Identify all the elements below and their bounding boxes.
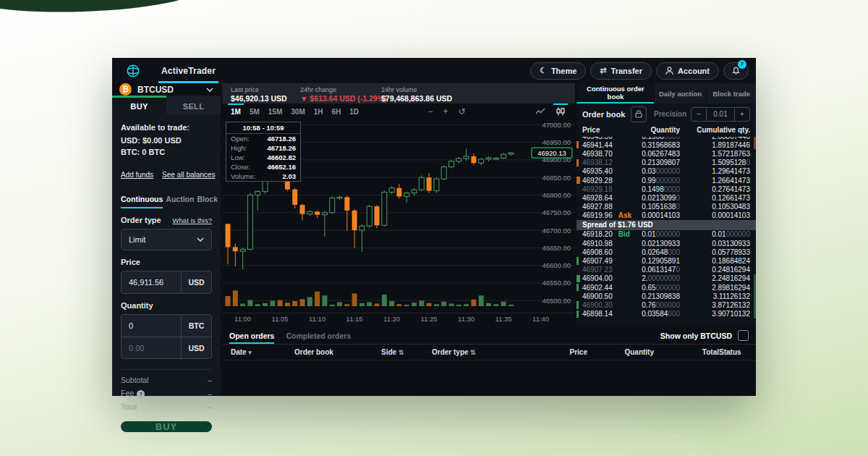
info-icon[interactable]: ? [137, 390, 145, 398]
tooltip-row: Volume:2.03 [226, 172, 300, 181]
precision-minus-button[interactable]: − [692, 108, 706, 121]
tooltip-row: Low:46602.82 [226, 153, 300, 162]
zoom-in-icon[interactable]: + [438, 104, 454, 119]
show-only-btcusd-checkbox[interactable] [738, 330, 749, 341]
price-unit: USD [181, 271, 211, 293]
timeframe-1m[interactable]: 1M [226, 104, 245, 119]
timeframe-30m[interactable]: 30M [286, 104, 309, 119]
what-is-this-link[interactable]: What is this? [173, 216, 212, 224]
time-axis: 11:0011:0511:1011:1511:2011:2511:3011:35… [222, 313, 575, 324]
see-balances-link[interactable]: See all balances [162, 171, 215, 179]
quantity-btc-input[interactable]: 0 [122, 321, 181, 330]
order-book-row[interactable]: 46908.600.026480000.05778933 [576, 248, 756, 256]
candlestick-chart-icon[interactable] [550, 104, 571, 119]
tab-open-orders[interactable]: Open orders [229, 327, 274, 344]
last-price-value: $46,920.13 USD [231, 94, 292, 103]
timeframe-6h[interactable]: 6H [328, 104, 346, 119]
orders-column-price: Price [522, 348, 587, 356]
buy-button[interactable]: BUY [121, 421, 212, 432]
ohlc-tooltip: 10:58 - 10:59 Open:46718.26High:46718.26… [226, 122, 301, 182]
market-tab-continuous[interactable]: Continuous [121, 195, 163, 208]
price-cell: 46927.88 [576, 203, 630, 211]
candlestick-chart[interactable]: 10:58 - 10:59 Open:46718.26High:46718.26… [222, 119, 575, 313]
order-book-tab[interactable]: Continuous order book [576, 83, 654, 104]
activetrader-window: ActiveTrader ☾ Theme ⇄ Transfer Account [112, 58, 756, 396]
quantity-cell: 0.06267483 [630, 150, 680, 158]
cumulative-depth-bar [754, 310, 756, 318]
summary-row-fee: Fee?– [121, 389, 212, 398]
timeframe-15m[interactable]: 15M [264, 104, 286, 119]
price-cell: 46935.40 [576, 167, 630, 175]
quantity-cell: 0.99000000 [630, 177, 680, 185]
moon-icon: ☾ [540, 66, 547, 75]
app-header: ActiveTrader ☾ Theme ⇄ Transfer Account [112, 58, 756, 83]
quantity-cell: 0.14980000 [630, 185, 680, 193]
order-book-row[interactable]: 46918.20Bid0.010000000.01000000 [576, 230, 756, 239]
order-type-select[interactable]: Limit [121, 229, 212, 250]
quantity-cell: 0.06131470 [630, 266, 680, 274]
order-book-row[interactable]: 46929.180.149800000.27641473 [576, 185, 756, 193]
line-chart-icon[interactable] [530, 104, 550, 119]
sort-icon: ⇅ [469, 349, 476, 356]
order-book-row[interactable]: 46941.440.319686831.89187446 [576, 140, 756, 149]
last-price-label: Last price [231, 86, 292, 93]
pair-selector[interactable]: ₿ BTCUSD [112, 83, 221, 96]
order-book-row[interactable]: 46907.490.129058910.18684824 [576, 256, 756, 265]
cumulative-cell: 0.01000000 [680, 230, 750, 238]
order-book-row[interactable]: 46902.440.650000002.89816294 [576, 283, 756, 292]
account-button[interactable]: Account [656, 62, 719, 80]
order-book-header: Price Quantity Cumulative qty. [576, 124, 756, 137]
timeframe-5m[interactable]: 5M [245, 104, 264, 119]
timeframe-1d[interactable]: 1D [345, 104, 363, 119]
order-book-row[interactable]: 46898.140.035840003.90710132 [576, 310, 756, 318]
cumulative-cell: 2.89816294 [680, 284, 750, 292]
timeframe-1h[interactable]: 1H [310, 104, 328, 119]
order-book-row[interactable]: 46919.96Ask0.000141030.00014103 [576, 211, 756, 220]
tooltip-label: High: [231, 144, 247, 152]
order-book-row[interactable]: 46935.400.030000001.29641473 [576, 167, 756, 176]
quantity-cell: 0.19680000 [630, 137, 680, 140]
order-book-tab[interactable]: Block trade [706, 83, 756, 104]
timeframe-buttons: 1M5M15M30M1H6H1D [226, 104, 363, 119]
reset-zoom-icon[interactable]: ↺ [454, 104, 471, 119]
svg-text:46850.00: 46850.00 [542, 174, 571, 182]
order-book-row[interactable]: 46927.880.105163800.10530483 [576, 203, 756, 211]
order-book-row[interactable]: 46929.280.990000001.26641473 [576, 176, 756, 185]
orders-column-order-type[interactable]: Order type ⇅ [432, 348, 522, 356]
quantity-usd-input[interactable]: 0.00 [122, 344, 181, 352]
cumulative-cell: 0.12661473 [680, 194, 750, 202]
notifications-button[interactable]: 7 [723, 62, 749, 80]
transfer-button[interactable]: ⇄ Transfer [590, 62, 652, 80]
depth-bar [576, 301, 579, 308]
order-book-row[interactable]: 46938.120.213098071.50951280 [576, 159, 756, 167]
order-book-row[interactable]: 46910.980.021309330.03130933 [576, 239, 756, 248]
add-funds-link[interactable]: Add funds [121, 171, 153, 179]
tab-completed-orders[interactable]: Completed orders [286, 327, 351, 344]
lock-button[interactable] [631, 106, 647, 122]
order-book-row[interactable]: 46938.700.062674831.57218763 [576, 149, 756, 158]
order-book-row[interactable]: 46900.300.760000003.87126132 [576, 300, 756, 309]
order-book-row[interactable]: 46904.002.000000002.24816294 [576, 274, 756, 283]
precision-plus-button[interactable]: + [735, 108, 749, 121]
sort-icon: ▾ [247, 349, 252, 356]
order-book-row[interactable]: 46928.640.021309900.12661473 [576, 193, 756, 202]
price-cell: 46929.28 [576, 177, 630, 185]
market-tab-block[interactable]: Block [197, 195, 218, 208]
precision-value: 0.01 [706, 108, 735, 121]
order-book-row[interactable]: 46907.230.061314700.24816294 [576, 266, 756, 274]
cumulative-depth-bar [754, 283, 756, 292]
order-book-row[interactable]: 46900.500.213098383.11126132 [576, 292, 756, 300]
market-tab-auction[interactable]: Auction [166, 195, 194, 208]
cumulative-depth-bar [754, 274, 756, 283]
price-input[interactable]: 46,911.56 [122, 278, 181, 287]
tooltip-label: Low: [231, 153, 245, 161]
show-only-btcusd-label: Show only BTCUSD [660, 332, 732, 340]
tab-sell[interactable]: SELL [166, 96, 221, 114]
svg-text:47000.00: 47000.00 [542, 121, 571, 129]
theme-button[interactable]: ☾ Theme [530, 62, 586, 80]
orders-column-date[interactable]: Date ▾ [222, 348, 294, 356]
order-book-tab[interactable]: Daily auction [654, 83, 706, 104]
tab-buy[interactable]: BUY [112, 96, 166, 114]
orders-column-side[interactable]: Side ⇅ [381, 348, 432, 356]
zoom-out-icon[interactable]: − [423, 104, 438, 119]
